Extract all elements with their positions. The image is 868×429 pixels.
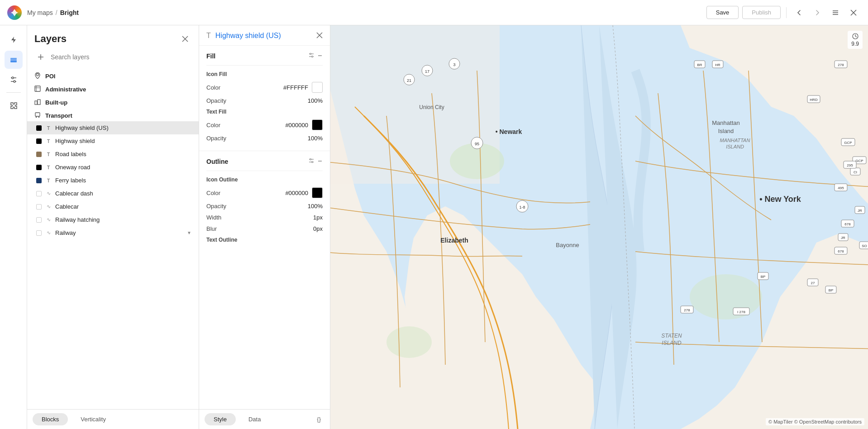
icon-fill-opacity-label: Opacity (206, 97, 226, 104)
app-logo[interactable] (7, 5, 22, 20)
svg-text:295: 295 (847, 163, 853, 167)
layer-item-highway-shield-us[interactable]: T Highway shield (US) (27, 121, 199, 134)
icon-fill-opacity-row: Opacity 100% (206, 97, 323, 104)
svg-text:Manhattan: Manhattan (712, 119, 739, 126)
fill-section-actions (308, 52, 323, 60)
publish-button[interactable]: Publish (742, 6, 781, 19)
text-fill-opacity-row: Opacity 100% (206, 135, 323, 142)
puzzle-icon-btn[interactable] (5, 96, 23, 114)
poi-group-icon (34, 72, 41, 80)
svg-text:Island: Island (718, 128, 734, 134)
layer-group-poi[interactable]: POI (27, 69, 199, 82)
props-close-button[interactable] (316, 32, 323, 40)
icon-outline-subtitle: Icon Outline (206, 176, 323, 183)
layer-group-transport[interactable]: Transport (27, 108, 199, 121)
layer-color-dot (36, 217, 42, 223)
svg-point-11 (12, 77, 14, 79)
text-fill-opacity-label: Opacity (206, 135, 226, 142)
layer-color-dot (36, 152, 42, 157)
layer-item-railway[interactable]: ∿ Railway ▼ (27, 226, 199, 239)
svg-point-25 (36, 117, 37, 118)
sliders-icon-btn[interactable] (5, 71, 23, 89)
svg-text:ISLAND: ISLAND (662, 340, 682, 346)
svg-point-18 (37, 74, 39, 76)
search-input[interactable] (51, 53, 191, 61)
layers-title: Layers (34, 33, 67, 45)
layer-group-admin[interactable]: Administrative (27, 82, 199, 95)
outline-divider (206, 171, 323, 171)
svg-text:278: 278 (838, 63, 844, 67)
svg-text:BR: BR (697, 63, 702, 67)
layers-panel: Layers POI (27, 25, 199, 429)
icon-outline-color-swatch[interactable] (312, 187, 323, 198)
layer-item-label: Railway (55, 229, 76, 236)
layer-item-cablecar-dash[interactable]: ∿ Cablecar dash (27, 187, 199, 200)
layer-item-railway-hatching[interactable]: ∿ Railway hatching (27, 213, 199, 226)
text-fill-color-right: #000000 (285, 119, 323, 130)
icon-outline-color-row: Color #000000 (206, 187, 323, 198)
svg-line-113 (855, 36, 857, 37)
layer-item-cablecar[interactable]: ∿ Cablecar (27, 200, 199, 213)
text-fill-color-value: #000000 (285, 122, 308, 129)
layer-color-dot (36, 125, 42, 131)
layers-list: POI Administrative Built-up (27, 69, 199, 409)
verticality-tab[interactable]: Verticality (72, 413, 115, 425)
outline-minus-icon[interactable] (317, 157, 323, 165)
layer-item-label: Highway shield (55, 138, 95, 144)
add-layer-button[interactable] (34, 51, 47, 63)
props-header: T Highway shield (US) (199, 25, 330, 46)
icon-fill-color-right: #FFFFFF (283, 82, 323, 93)
svg-text:678: 678 (844, 222, 851, 226)
layers-close-button[interactable] (179, 33, 191, 45)
layer-item-label: Railway hatching (55, 216, 100, 223)
icon-fill-color-label: Color (206, 84, 220, 91)
fill-minus-icon[interactable] (317, 52, 323, 60)
svg-text:678: 678 (838, 249, 844, 253)
data-tab[interactable]: Data (239, 413, 270, 425)
icon-fill-color-swatch[interactable] (312, 82, 323, 93)
fill-settings-icon[interactable] (308, 52, 315, 60)
blocks-tab[interactable]: Blocks (33, 413, 68, 425)
map-area[interactable]: 21 17 3 BR HR HRD 278 95 1-8 GCP GCP (330, 25, 868, 429)
layer-item-road-labels[interactable]: T Road labels (27, 148, 199, 161)
close-button[interactable] (846, 5, 861, 20)
svg-marker-6 (11, 37, 16, 43)
layer-item-oneway-road[interactable]: T Oneway road (27, 161, 199, 174)
back-button[interactable] (792, 5, 806, 20)
layer-type-icon: ∿ (45, 217, 52, 223)
svg-rect-9 (10, 61, 17, 62)
menu-button[interactable] (828, 5, 843, 20)
svg-text:3: 3 (453, 62, 455, 67)
layer-item-ferry-labels[interactable]: T Ferry labels (27, 174, 199, 187)
svg-text:Union City: Union City (419, 104, 444, 110)
breadcrumb-parent[interactable]: My maps (27, 9, 53, 16)
layer-item-highway-shield[interactable]: T Highway shield (27, 134, 199, 148)
svg-point-34 (312, 56, 313, 57)
icon-fill-color-row: Color #FFFFFF (206, 82, 323, 93)
outline-settings-icon[interactable] (308, 157, 315, 165)
props-bottom-tabs: Style Data {} (199, 409, 330, 429)
lightning-icon-btn[interactable] (5, 31, 23, 49)
breadcrumb-current[interactable]: Bright (60, 9, 79, 16)
svg-text:• New York: • New York (759, 195, 801, 204)
text-fill-color-row: Color #000000 (206, 119, 323, 130)
layers-icon-btn[interactable] (5, 51, 23, 69)
svg-text:SO: SO (862, 244, 867, 248)
layer-type-icon: T (45, 125, 52, 131)
map-credit: © MapTiler © OpenStreetMap contributors (766, 418, 864, 425)
text-fill-color-swatch[interactable] (312, 119, 323, 130)
svg-rect-19 (35, 86, 40, 91)
buildup-group-icon (34, 99, 41, 106)
admin-group-icon (34, 86, 41, 93)
style-tab[interactable]: Style (205, 413, 236, 425)
layer-group-buildup[interactable]: Built-up (27, 95, 199, 108)
layer-item-label: Cablecar dash (55, 190, 93, 197)
svg-text:Bayonne: Bayonne (556, 242, 579, 248)
save-button[interactable]: Save (706, 6, 739, 19)
svg-rect-22 (35, 101, 37, 105)
code-button[interactable]: {} (313, 414, 324, 424)
layer-color-dot (36, 178, 42, 183)
main-layout: Layers POI (0, 25, 868, 429)
layer-type-icon: T (45, 178, 52, 183)
forward-button[interactable] (810, 5, 825, 20)
